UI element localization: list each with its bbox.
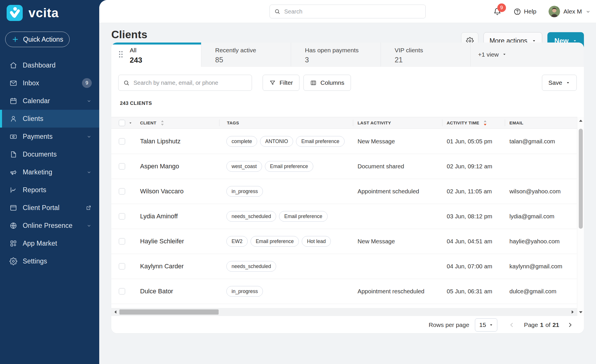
vertical-scrollbar-thumb[interactable] bbox=[579, 129, 583, 229]
scroll-right-icon[interactable] bbox=[570, 309, 575, 315]
scroll-up-icon[interactable] bbox=[578, 118, 584, 124]
calendar-icon bbox=[9, 97, 17, 105]
help-button[interactable]: Help bbox=[513, 8, 536, 16]
columns-button[interactable]: Columns bbox=[303, 75, 351, 91]
vertical-scrollbar[interactable] bbox=[577, 117, 584, 316]
column-header-activity-time[interactable]: ACTIVITY TIME bbox=[447, 117, 487, 128]
clients-search-input[interactable] bbox=[133, 80, 247, 86]
caret-down-icon bbox=[489, 323, 493, 327]
search-icon bbox=[274, 8, 280, 15]
quick-actions-button[interactable]: Quick Actions bbox=[5, 32, 70, 47]
client-row[interactable]: Talan LipshutzcompleteANTONIOEmail prefe… bbox=[111, 129, 577, 154]
client-tags: needs_scheduledEmail preference bbox=[226, 211, 354, 222]
tab-vip-clients[interactable]: VIP clients21 bbox=[381, 43, 471, 67]
caret-down-icon bbox=[502, 52, 507, 57]
tag-pill: Hot lead bbox=[302, 236, 331, 247]
activity-time: 04 Jun, 04:51 am bbox=[447, 238, 504, 245]
scroll-down-icon[interactable] bbox=[578, 309, 584, 315]
client-tags: completeANTONIOEmail preference bbox=[226, 136, 354, 147]
activity-time: 04 Jun, 07:00 am bbox=[447, 263, 504, 270]
client-row[interactable]: Haylie SchleiferEW2Email preferenceHot l… bbox=[111, 229, 577, 254]
sidebar-item-client-portal[interactable]: Client Portal bbox=[0, 199, 99, 217]
row-checkbox[interactable] bbox=[119, 213, 125, 219]
horizontal-scrollbar[interactable] bbox=[111, 308, 577, 316]
last-activity: Appointment scheduled bbox=[358, 188, 442, 195]
sidebar-item-clients[interactable]: Clients bbox=[0, 110, 99, 128]
next-page-button[interactable] bbox=[567, 321, 574, 328]
clients-icon bbox=[9, 115, 17, 123]
tab-all[interactable]: All243 bbox=[111, 43, 201, 67]
sidebar-item-app-market[interactable]: App Market bbox=[0, 234, 99, 252]
chevron-down-icon bbox=[86, 98, 92, 104]
row-checkbox[interactable] bbox=[119, 288, 125, 294]
global-search-input[interactable] bbox=[284, 8, 421, 15]
chevron-down-icon bbox=[86, 134, 92, 139]
sort-desc-active-icon[interactable] bbox=[483, 120, 487, 126]
client-row[interactable]: Kaylynn Carderneeds_scheduled04 Jun, 07:… bbox=[111, 254, 577, 279]
sidebar-item-label: Inbox bbox=[23, 79, 82, 87]
client-name: Haylie Schleifer bbox=[140, 238, 222, 245]
tab-label: Has open payments bbox=[305, 47, 381, 54]
column-header-tags[interactable]: TAGS bbox=[227, 117, 239, 128]
sidebar-item-online-presence[interactable]: Online Presence bbox=[0, 217, 99, 234]
sidebar-item-settings[interactable]: Settings bbox=[0, 252, 99, 270]
unread-count-badge: 9 bbox=[82, 78, 92, 88]
user-menu[interactable]: Alex M bbox=[549, 6, 591, 17]
sort-icon[interactable] bbox=[161, 120, 164, 126]
scroll-left-icon[interactable] bbox=[113, 309, 119, 315]
client-row[interactable]: Lydia Aminoffneeds_scheduledEmail prefer… bbox=[111, 204, 577, 229]
tab-count: 85 bbox=[215, 56, 291, 64]
global-search[interactable] bbox=[270, 5, 426, 18]
sidebar-item-inbox[interactable]: Inbox9 bbox=[0, 74, 99, 92]
page-indicator: Page 1 of 21 bbox=[524, 321, 559, 328]
tag-pill: Email preference bbox=[251, 236, 299, 247]
sidebar-item-calendar[interactable]: Calendar bbox=[0, 92, 99, 110]
row-checkbox[interactable] bbox=[119, 163, 125, 170]
payments-icon bbox=[9, 133, 17, 140]
client-email: talan@gmail.com bbox=[509, 138, 575, 145]
client-name: Aspen Mango bbox=[140, 163, 222, 170]
tab-has-open-payments[interactable]: Has open payments3 bbox=[291, 43, 381, 67]
caret-down-icon bbox=[566, 81, 570, 85]
filter-button[interactable]: Filter bbox=[263, 75, 299, 91]
table-header: CLIENT TAGS LAST ACTIVITY bbox=[111, 117, 577, 129]
sidebar-item-payments[interactable]: Payments bbox=[0, 128, 99, 145]
column-header-client[interactable]: CLIENT bbox=[140, 117, 164, 128]
save-view-button[interactable]: Save bbox=[542, 75, 577, 91]
tab-recently-active[interactable]: Recently active85 bbox=[201, 43, 291, 67]
sidebar-item-reports[interactable]: Reports bbox=[0, 181, 99, 199]
activity-time: 02 Jun, 11:05 am bbox=[447, 188, 504, 195]
client-email: wilson@yahoo.com bbox=[509, 188, 575, 195]
row-checkbox[interactable] bbox=[119, 238, 125, 244]
row-checkbox[interactable] bbox=[119, 263, 125, 269]
clients-search[interactable] bbox=[118, 75, 252, 91]
sidebar-item-marketing[interactable]: Marketing bbox=[0, 163, 99, 181]
chevron-down-icon bbox=[585, 9, 591, 14]
documents-icon bbox=[9, 151, 17, 158]
column-header-last-activity[interactable]: LAST ACTIVITY bbox=[358, 117, 391, 128]
sidebar-item-label: Client Portal bbox=[23, 204, 85, 212]
row-checkbox[interactable] bbox=[119, 138, 125, 145]
tab-count: 21 bbox=[395, 56, 470, 64]
rows-per-page-select[interactable]: 15 bbox=[475, 318, 497, 332]
horizontal-scrollbar-thumb[interactable] bbox=[119, 309, 219, 315]
column-header-email[interactable]: EMAIL bbox=[509, 117, 524, 128]
column-divider bbox=[505, 120, 505, 126]
previous-page-button[interactable] bbox=[508, 321, 515, 328]
notifications-button[interactable]: 9 bbox=[493, 7, 501, 16]
tabs-list: All243Recently active85Has open payments… bbox=[111, 43, 471, 67]
client-tags: needs_scheduled bbox=[226, 261, 354, 272]
select-all-checkbox[interactable] bbox=[119, 120, 125, 126]
row-checkbox[interactable] bbox=[119, 188, 125, 194]
current-page: 1 bbox=[540, 321, 543, 328]
client-row[interactable]: Aspen Mangowest_coastEmail preferenceDoc… bbox=[111, 154, 577, 179]
search-icon bbox=[123, 80, 130, 86]
client-row[interactable]: Wilson Vaccaroin_progressAppointment sch… bbox=[111, 179, 577, 204]
external-link-icon bbox=[85, 205, 92, 211]
sidebar-item-dashboard[interactable]: Dashboard bbox=[0, 56, 99, 74]
drag-handle-icon[interactable] bbox=[118, 50, 123, 59]
select-menu-caret-icon[interactable] bbox=[129, 121, 132, 125]
more-views-dropdown[interactable]: +1 view bbox=[471, 43, 584, 67]
client-row[interactable]: Dulce Batorin_progressAppointment resche… bbox=[111, 279, 577, 304]
sidebar-item-documents[interactable]: Documents bbox=[0, 145, 99, 163]
